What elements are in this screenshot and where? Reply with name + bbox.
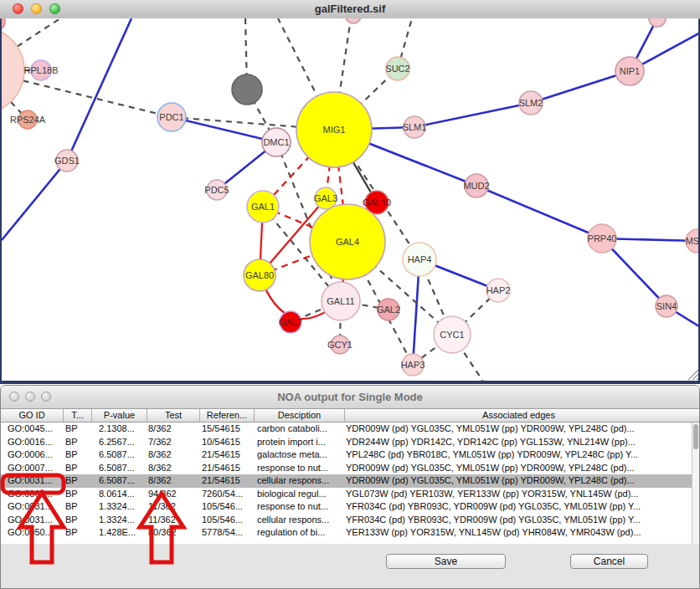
table-row-4[interactable]: GO:0007...BP6.5087...8/36221/54615respon… [1,462,692,475]
cell: GO:0045... [1,423,63,436]
cell: 105/546... [199,500,254,514]
cell: GO:0050... [1,526,63,540]
node-label-HAP4: HAP4 [408,254,432,264]
cell: 7/362 [147,436,199,449]
network-titlebar[interactable]: galFiltered.sif [0,0,700,19]
cell: YPL248C (pd) YBR018C, YML051W (pp) YDR00… [344,448,692,462]
node-label-PDC1: PDC1 [159,112,183,122]
edge-@155,0-GDS1[interactable] [67,18,131,161]
cell: GO:0031... [1,514,63,527]
node-label-GAL7: GAL7 [279,317,302,327]
cell: GO:0007... [1,462,63,475]
table-row-9[interactable]: GO:0050...BP1.428E...80/3625778/54...reg… [1,526,692,540]
node-label-RPS24A: RPS24A [10,115,46,125]
noa-window-title: NOA output for Single Mode [1,391,699,403]
cell: BP [63,462,91,475]
cell: BP [63,423,91,436]
node-label-SLM1: SLM1 [403,122,427,132]
node-corner[interactable] [2,18,5,30]
cell: BP [63,436,91,449]
cell: 8/362 [147,448,199,462]
node-label-GDS1: GDS1 [54,156,80,166]
cancel-button[interactable]: Cancel [570,554,648,569]
table-row-1[interactable]: GO:0045...BP2.1308...8/36215/54615carbon… [1,423,692,436]
column-header-6[interactable]: Desciption [254,409,344,422]
node-label-GAL3: GAL3 [314,193,337,203]
cell: 21/54615 [199,474,254,488]
cell: 6.5087... [91,448,147,462]
node-label-GAL10: GAL10 [363,197,391,207]
resize-grip-icon[interactable] [697,378,698,380]
edge-SLM1-SLM2[interactable] [414,103,531,127]
cell: GO:0065... [1,488,63,501]
node-label-PDC5: PDC5 [204,185,229,195]
cell: BP [63,500,91,514]
cell: YDR009W (pd) YGL035C, YML051W (pp) YDR00… [344,462,692,475]
cell: BP [63,474,91,488]
cell: 11/362 [147,514,199,527]
column-header-4[interactable]: Test [147,409,199,422]
column-header-1[interactable]: GO ID [1,409,63,422]
node-label-MUD2: MUD2 [463,181,489,191]
cell: response to nut... [254,462,344,475]
table-body: GO:0045...BP2.1308...8/36215/54615carbon… [1,423,692,544]
cell: YGL073W (pd) YER103W, YER133W (pp) YOR31… [344,488,692,501]
cell: YDR009W (pd) YGL035C, YML051W (pp) YDR00… [344,474,692,488]
node-label-DMC1: DMC1 [263,137,289,147]
table-row-2[interactable]: GO:0016...BP6.2567...7/36210/54615protei… [1,436,692,449]
edge-SLM2-NIP1[interactable] [531,71,630,103]
cell: 21/54615 [199,448,254,462]
cell: response to nut... [254,500,344,514]
table-row-7[interactable]: GO:0031...BP1.3324...11/362105/546...res… [1,500,692,514]
cell: biological regul... [254,488,344,501]
network-graph[interactable]: RPL18BRPS24AGDS1PDC1DMC1MIG1SLM1SUC2SLM2… [2,18,698,381]
cell: galactose meta... [254,448,344,462]
cell: GO:0031... [1,474,63,488]
node-label-MSL1: MSL1 [686,236,698,246]
node-topnode[interactable] [649,18,666,27]
node-label-GCY1: GCY1 [327,340,353,350]
node-label-GAL80: GAL80 [245,270,274,280]
node-bigleft[interactable] [2,27,24,114]
node-label-GAL4: GAL4 [336,237,359,247]
cell: 10/54615 [199,436,254,449]
node-topsliver[interactable] [346,18,361,23]
node-label-GAL11: GAL11 [327,296,354,306]
edge-GDS1-@0,265[interactable] [2,161,67,240]
cell: 11/362 [147,500,199,514]
node-graynode[interactable] [232,74,262,105]
cell: 15/54615 [199,423,254,436]
cell: 7260/54... [199,488,254,501]
cell: YFR034C (pd) YBR093C, YDR009W (pd) YGL03… [344,514,692,527]
edge-MUD2-PRP40[interactable] [476,186,602,238]
edge-PDC1-DMC1[interactable] [172,117,276,142]
node-label-HAP3: HAP3 [401,360,425,370]
cell: 5778/54... [199,526,254,540]
table-row-3[interactable]: GO:0006...BP6.5087...8/36221/54615galact… [1,448,692,462]
cell: 8.0614... [91,488,147,501]
noa-output-window: NOA output for Single Mode GO IDT...P-va… [0,385,700,589]
table-row-6[interactable]: GO:0065...BP8.0614...94/3627260/54...bio… [1,488,692,501]
cell: BP [63,488,91,501]
table-row-8[interactable]: GO:0031...BP1.3324...11/362105/546...cel… [1,514,692,527]
cell: BP [63,514,91,527]
cell: YER133W (pp) YOR315W, YNL145W (pd) YHR08… [344,526,692,540]
table-row-5[interactable]: GO:0031...BP6.5087...8/36221/54615cellul… [1,474,692,488]
cell: protein import i... [254,436,344,449]
cell: 8/362 [147,474,199,488]
column-header-5[interactable]: Referen... [199,409,254,422]
save-button[interactable]: Save [386,554,506,569]
cell: cellular respons... [254,474,344,488]
node-label-SUC2: SUC2 [385,64,409,74]
cell: regulation of bi... [254,526,344,540]
cell: YDR009W (pd) YGL035C, YML051W (pp) YDR00… [344,423,692,436]
cell: 80/362 [147,526,199,540]
vertical-scrollbar[interactable] [692,423,699,544]
column-header-3[interactable]: P-value [91,409,147,422]
scrollbar-thumb[interactable] [693,424,698,449]
column-header-2[interactable]: T... [63,409,91,422]
column-header-7[interactable]: Associated edges [344,409,692,422]
cell: GO:0031... [1,500,63,514]
noa-titlebar[interactable]: NOA output for Single Mode [1,386,699,409]
network-canvas[interactable]: RPL18BRPS24AGDS1PDC1DMC1MIG1SLM1SUC2SLM2… [2,18,698,381]
